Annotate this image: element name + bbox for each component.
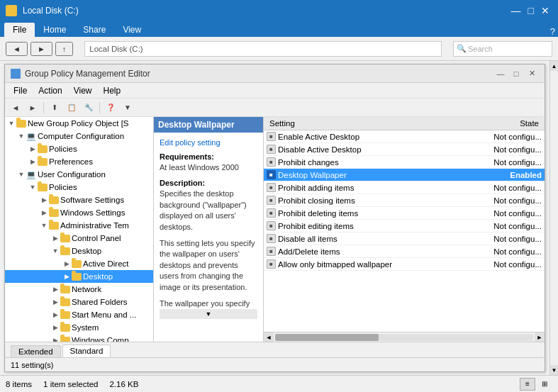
search-bar[interactable]: 🔍 Search xyxy=(453,41,552,57)
expand-active[interactable]: ▶ xyxy=(62,259,72,269)
tab-view[interactable]: View xyxy=(114,23,150,37)
hscroll-right[interactable]: ► xyxy=(535,332,545,342)
expand-policies2[interactable]: ▼ xyxy=(28,182,38,192)
gpe-minimize-btn[interactable]: — xyxy=(493,67,508,80)
tree-item-prefs1[interactable]: ▶ Preferences xyxy=(5,155,153,168)
table-row[interactable]: ■ Prohibit adding items Not configu... xyxy=(264,181,545,194)
tab-file[interactable]: File xyxy=(4,23,35,37)
setting-icon-8: ■ xyxy=(267,234,276,243)
row-name-0: Enable Active Desktop xyxy=(278,133,478,141)
expand-prefs1[interactable]: ▶ xyxy=(28,157,38,167)
tree-item-system[interactable]: ▶ System xyxy=(5,321,153,334)
forward-btn[interactable]: ► xyxy=(30,42,52,56)
expand-shared[interactable]: ▶ xyxy=(50,297,60,307)
setting-icon-10: ■ xyxy=(267,259,276,269)
expand-desktop-sel[interactable]: ▶ xyxy=(62,271,72,281)
tab-share[interactable]: Share xyxy=(74,23,114,37)
expand-user[interactable]: ▼ xyxy=(16,169,26,179)
tree-item-user[interactable]: ▼ 💻 User Configuration xyxy=(5,168,153,181)
table-row[interactable]: ■ Desktop Wallpaper Enabled xyxy=(264,169,545,181)
back-btn[interactable]: ◄ xyxy=(6,42,28,56)
outer-close-btn[interactable]: ✕ xyxy=(538,5,552,16)
menu-file[interactable]: File xyxy=(8,84,33,97)
setting-icon-4: ■ xyxy=(267,183,276,192)
expand-system[interactable]: ▶ xyxy=(50,323,60,332)
view-details-btn[interactable]: ≡ xyxy=(520,378,535,391)
tree-item-wincomp[interactable]: ▶ Windows Comp xyxy=(5,334,153,342)
toolbar-show-hide[interactable]: 📋 xyxy=(64,101,79,115)
toolbar-back[interactable]: ◄ xyxy=(8,101,23,115)
menu-view[interactable]: View xyxy=(68,84,98,97)
table-row[interactable]: ■ Prohibit deleting items Not configu... xyxy=(264,207,545,220)
ribbon-tabs: File Home Share View ? xyxy=(0,21,558,37)
vscroll-down[interactable]: ▼ xyxy=(550,365,559,375)
table-row[interactable]: ■ Disable all items Not configu... xyxy=(264,233,545,245)
tree-item-desktop-sel[interactable]: ▶ Desktop xyxy=(5,270,153,283)
expand-policies1[interactable]: ▶ xyxy=(28,144,38,154)
tab-extended[interactable]: Extended xyxy=(11,345,61,357)
setting-icon-9: ■ xyxy=(267,247,276,256)
toolbar-forward[interactable]: ► xyxy=(25,101,40,115)
outer-maximize-btn[interactable]: □ xyxy=(525,5,537,16)
outer-minimize-btn[interactable]: — xyxy=(508,5,524,16)
expand-root[interactable]: ▼ xyxy=(6,118,16,128)
tree-item-policies2[interactable]: ▼ Policies xyxy=(5,181,153,194)
tree-item-network[interactable]: ▶ Network xyxy=(5,283,153,296)
toolbar-up[interactable]: ⬆ xyxy=(47,101,62,115)
setting-icon-0: ■ xyxy=(267,132,276,141)
help-icon[interactable]: ? xyxy=(550,26,555,37)
tab-home[interactable]: Home xyxy=(35,23,74,37)
row-name-10: Allow only bitmapped wallpaper xyxy=(278,260,478,269)
tab-standard[interactable]: Standard xyxy=(62,345,111,357)
table-row[interactable]: ■ Prohibit closing items Not configu... xyxy=(264,194,545,207)
table-row[interactable]: ■ Prohibit changes Not configu... xyxy=(264,156,545,169)
expand-software[interactable]: ▶ xyxy=(39,195,49,205)
gpe-maximize-btn[interactable]: □ xyxy=(509,67,523,80)
tree-item-windows[interactable]: ▶ Windows Settings xyxy=(5,206,153,219)
vscroll-up[interactable]: ▲ xyxy=(550,61,559,71)
tree-item-active[interactable]: ▶ Active Direct xyxy=(5,257,153,270)
tree-item-shared[interactable]: ▶ Shared Folders xyxy=(5,296,153,308)
tree-item-control[interactable]: ▶ Control Panel xyxy=(5,232,153,245)
expand-network[interactable]: ▶ xyxy=(50,284,60,294)
tree-item-computer[interactable]: ▼ 💻 Computer Configuration xyxy=(5,130,153,142)
tree-item-root[interactable]: ▼ New Group Policy Object [S xyxy=(5,117,153,130)
expand-start[interactable]: ▶ xyxy=(50,310,60,320)
table-row[interactable]: ■ Allow only bitmapped wallpaper Not con… xyxy=(264,258,545,271)
row-state-2: Not configu... xyxy=(478,158,542,167)
table-row[interactable]: ■ Disable Active Desktop Not configu... xyxy=(264,143,545,156)
row-state-6: Not configu... xyxy=(478,209,542,218)
tree-item-policies1[interactable]: ▶ Policies xyxy=(5,142,153,155)
toolbar-filter[interactable]: ▼ xyxy=(120,101,135,115)
hscroll-left[interactable]: ◄ xyxy=(264,332,274,342)
view-tiles-btn[interactable]: ⊞ xyxy=(537,378,552,391)
tree-item-desktop-node[interactable]: ▼ Desktop xyxy=(5,245,153,257)
view-buttons: ≡ ⊞ xyxy=(520,378,552,391)
expand-computer[interactable]: ▼ xyxy=(16,131,26,141)
table-row[interactable]: ■ Enable Active Desktop Not configu... xyxy=(264,130,545,143)
edit-policy-link[interactable]: Edit policy setting xyxy=(160,138,221,147)
row-state-5: Not configu... xyxy=(478,196,542,205)
tree-item-software[interactable]: ▶ Software Settings xyxy=(5,194,153,206)
expand-wincomp[interactable]: ▶ xyxy=(50,335,60,342)
hscroll-thumb xyxy=(275,334,379,341)
toolbar-properties[interactable]: 🔧 xyxy=(81,101,96,115)
tree-item-start[interactable]: ▶ Start Menu and ... xyxy=(5,308,153,321)
menu-action[interactable]: Action xyxy=(33,84,67,97)
toolbar-help[interactable]: ❓ xyxy=(103,101,118,115)
expand-control[interactable]: ▶ xyxy=(50,233,60,243)
up-btn[interactable]: ↑ xyxy=(55,42,74,56)
expand-desktop-node[interactable]: ▼ xyxy=(50,246,60,256)
table-row[interactable]: ■ Add/Delete items Not configu... xyxy=(264,245,545,258)
tree-item-admin[interactable]: ▼ Administrative Tem xyxy=(5,219,153,232)
outer-vscroll: ▲ ▼ xyxy=(549,61,558,375)
expand-admin[interactable]: ▼ xyxy=(39,220,49,230)
outer-window-title: Local Disk (C:) xyxy=(23,6,506,16)
expand-windows[interactable]: ▶ xyxy=(39,208,49,218)
gpe-close-btn[interactable]: ✕ xyxy=(525,67,539,80)
gpe-window-title: Group Policy Management Editor xyxy=(25,69,493,79)
menu-help[interactable]: Help xyxy=(98,84,127,97)
table-row[interactable]: ■ Prohibit editing items Not configu... xyxy=(264,220,545,233)
desc-scroll-down[interactable]: ▼ xyxy=(160,309,257,319)
address-bar[interactable]: Local Disk (C:) xyxy=(84,41,442,57)
